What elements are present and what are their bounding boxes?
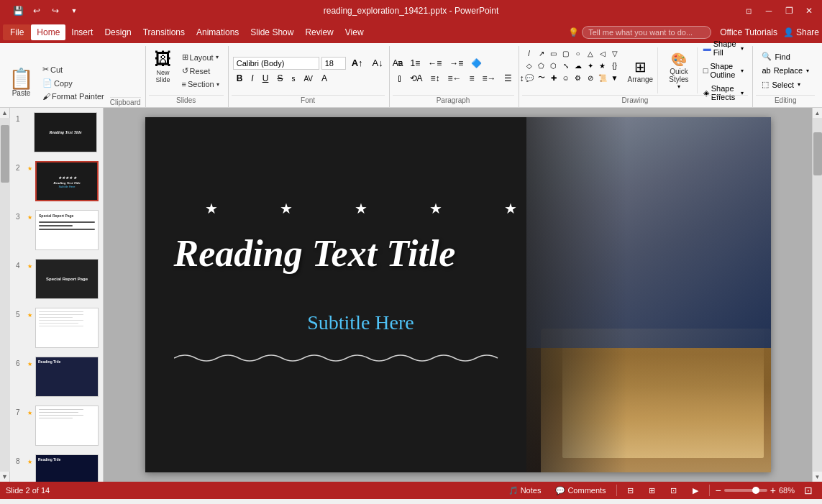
decrease-font-button[interactable]: A↓ [369, 56, 387, 70]
shape-brace[interactable]: {} [609, 60, 621, 71]
slide-thumb-7[interactable]: 7 ★ [10, 401, 103, 450]
menu-design[interactable]: Design [99, 24, 137, 40]
font-size-input[interactable] [321, 57, 346, 70]
slide-canvas[interactable]: ★ ★ ★ ★ ★ Reading Text Title Subtitle He… [145, 117, 771, 472]
align-left-button[interactable]: ≡← [444, 72, 465, 85]
shape-circle[interactable]: ○ [572, 47, 584, 59]
shape-rtri[interactable]: ◁ [597, 47, 608, 59]
redo-button[interactable]: ↪ [47, 3, 63, 19]
shape-callout[interactable]: 💬 [524, 72, 535, 83]
menu-animations[interactable]: Animations [191, 24, 245, 40]
right-scroll-down[interactable]: ▼ [813, 472, 823, 482]
slide-4-thumbnail[interactable]: Special Report Page [35, 259, 99, 299]
slide-7-thumbnail[interactable] [35, 406, 99, 446]
shape-rect[interactable]: ▭ [548, 47, 560, 59]
italic-button[interactable]: I [247, 72, 257, 85]
notes-button[interactable]: 🎵 Notes [504, 485, 546, 497]
maximize-button[interactable]: ❐ [782, 4, 796, 18]
shadow-button[interactable]: s [288, 73, 298, 84]
arrange-button[interactable]: ⊞ Arrange [624, 47, 659, 93]
slide-thumb-2[interactable]: 2 ★ ★ ★ ★ ★ ★ Reading Text Title Subtitl… [10, 157, 103, 206]
font-color-button[interactable]: A [318, 72, 331, 85]
share-button[interactable]: 👤 Share [783, 27, 819, 37]
scroll-down-button[interactable]: ▼ [0, 472, 10, 482]
minimize-button[interactable]: ─ [762, 4, 776, 18]
shape-fill-button[interactable]: ▬ Shape Fill ▾ [700, 38, 747, 58]
underline-button[interactable]: U [259, 72, 273, 85]
shape-tri[interactable]: △ [585, 47, 596, 59]
slide-8-thumbnail[interactable]: Reading Title [35, 454, 99, 482]
menu-file[interactable]: File [3, 24, 31, 40]
shape-star5[interactable]: ★ [597, 60, 608, 71]
slide-2-thumbnail[interactable]: ★ ★ ★ ★ ★ Reading Text Title Subtitle He… [35, 161, 99, 201]
slide-3-thumbnail[interactable]: Special Report Page [35, 210, 99, 250]
shape-more[interactable]: ▽ [609, 47, 621, 59]
menu-view[interactable]: View [339, 24, 370, 40]
text-direction-button[interactable]: ⟲A [406, 72, 426, 85]
search-input[interactable] [582, 26, 711, 39]
new-slide-button[interactable]: 🖼 NewSlide [150, 47, 176, 93]
office-tutorials-link[interactable]: Office Tutorials [720, 27, 777, 37]
smart-art-button[interactable]: 🔷 [467, 57, 485, 70]
shape-down[interactable]: ▼ [609, 72, 621, 83]
menu-insert[interactable]: Insert [65, 24, 99, 40]
shape-kite[interactable]: ◇ [524, 60, 535, 71]
zoom-slider-thumb[interactable] [752, 487, 759, 494]
slide-thumb-1[interactable]: 1 Reading Text Title [10, 108, 103, 157]
slide-1-thumbnail[interactable]: Reading Text Title [34, 112, 97, 152]
cut-button[interactable]: ✂Cut [40, 63, 107, 75]
decrease-indent-button[interactable]: ←≡ [424, 57, 445, 70]
menu-review[interactable]: Review [299, 24, 339, 40]
increase-indent-button[interactable]: →≡ [446, 57, 467, 70]
save-button[interactable]: 💾 [10, 3, 26, 19]
slide-thumb-4[interactable]: 4 ★ Special Report Page [10, 255, 103, 303]
slide-title[interactable]: Reading Text Title [174, 232, 548, 275]
slide-thumb-8[interactable]: 8 ★ Reading Title [10, 450, 103, 482]
numbered-list-button[interactable]: 1≡ [407, 57, 424, 70]
font-name-input[interactable] [233, 57, 319, 70]
justify-button[interactable]: ☰ [501, 72, 516, 85]
quick-styles-button[interactable]: 🎨 Quick Styles ▾ [661, 47, 698, 93]
copy-button[interactable]: 📄Copy [40, 77, 107, 89]
format-painter-button[interactable]: 🖌Format Painter [40, 91, 107, 102]
shape-scroll[interactable]: 📜 [597, 72, 608, 83]
replace-button[interactable]: abReplace ▾ [757, 65, 813, 76]
shape-ban[interactable]: ⊘ [585, 72, 596, 83]
undo-button[interactable]: ↩ [29, 3, 45, 19]
strikethrough-button[interactable]: S [273, 72, 286, 85]
reset-button[interactable]: ↺Reset [179, 65, 222, 77]
shape-rrect[interactable]: ▢ [560, 47, 572, 59]
slide-thumb-6[interactable]: 6 ★ Reading Title [10, 352, 103, 401]
right-scroll-up[interactable]: ▲ [813, 108, 823, 118]
customize-qat-button[interactable]: ▼ [66, 3, 82, 19]
paste-button[interactable]: 📋 Paste [6, 58, 37, 107]
bold-button[interactable]: B [233, 72, 247, 85]
char-spacing-button[interactable]: AV [300, 73, 316, 84]
shape-outline-button[interactable]: □ Shape Outline ▾ [700, 60, 747, 81]
shape-smile[interactable]: ☺ [560, 72, 572, 83]
scroll-thumb[interactable] [1, 125, 9, 183]
comments-button[interactable]: 💬 Comments [551, 485, 610, 497]
shape-cross[interactable]: ✚ [548, 72, 560, 83]
slideshow-button[interactable]: ▶ [688, 484, 703, 497]
slide-5-thumbnail[interactable] [35, 308, 99, 348]
restore-button[interactable]: ⊡ [741, 4, 756, 18]
col-count-button[interactable]: ⫿ [394, 72, 406, 85]
slide-thumb-5[interactable]: 5 ★ [10, 303, 103, 352]
shape-cloud[interactable]: ☁ [572, 60, 584, 71]
menu-slideshow[interactable]: Slide Show [245, 24, 299, 40]
increase-font-button[interactable]: A↑ [348, 56, 367, 70]
slide-6-thumbnail[interactable]: Reading Title [35, 357, 99, 397]
shape-flarrow[interactable]: ⤡ [560, 60, 572, 71]
slide-sorter-button[interactable]: ⊞ [644, 484, 660, 497]
section-button[interactable]: ≡Section▾ [179, 78, 222, 90]
close-button[interactable]: ✕ [802, 4, 816, 18]
shape-star4[interactable]: ✦ [585, 60, 596, 71]
shape-gear[interactable]: ⚙ [572, 72, 584, 83]
shape-pent[interactable]: ⬠ [536, 60, 547, 71]
zoom-slider[interactable] [724, 489, 767, 492]
fit-window-button[interactable]: ⊡ [800, 484, 816, 497]
reading-view-button[interactable]: ⊡ [666, 484, 682, 497]
bullet-list-button[interactable]: ≡ [394, 57, 406, 70]
scroll-up-button[interactable]: ▲ [0, 108, 10, 118]
